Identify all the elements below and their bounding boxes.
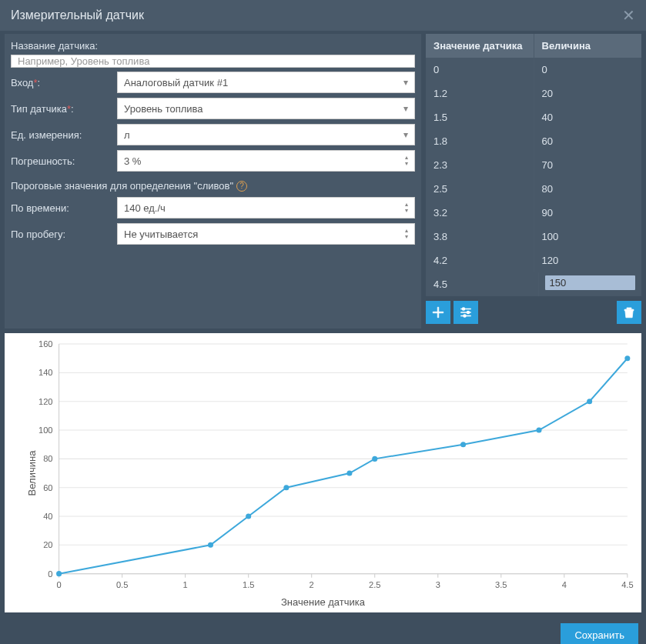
svg-point-49 — [283, 485, 289, 490]
table-row[interactable]: 4.5150 — [426, 272, 641, 296]
cell-sensor[interactable]: 1.8 — [426, 129, 534, 153]
svg-text:100: 100 — [38, 425, 52, 435]
cell-value[interactable]: 60 — [534, 129, 642, 153]
cell-sensor[interactable]: 0 — [426, 58, 534, 82]
input-label: Вход*: — [11, 77, 111, 88]
unit-label: Ед. измерения: — [11, 129, 111, 141]
cell-sensor[interactable]: 3.8 — [426, 225, 534, 249]
table-row[interactable]: 2.580 — [426, 177, 641, 201]
svg-point-5 — [464, 315, 466, 317]
svg-text:3: 3 — [436, 580, 440, 589]
svg-text:120: 120 — [38, 397, 52, 406]
table-row[interactable]: 4.2120 — [426, 249, 641, 272]
cell-value[interactable]: 20 — [534, 82, 642, 105]
table-row[interactable]: 00 — [426, 58, 641, 82]
col-sensor: Значение датчика — [426, 34, 534, 58]
chevron-down-icon: ▾ — [403, 103, 408, 114]
chevron-down-icon: ▾ — [403, 129, 408, 140]
cell-value[interactable]: 100 — [534, 225, 642, 249]
chevron-down-icon: ▾ — [403, 77, 408, 88]
svg-point-3 — [467, 312, 470, 314]
cell-value[interactable]: 90 — [534, 201, 642, 225]
cell-value[interactable]: 40 — [534, 105, 642, 129]
by-distance-value: Не учитывается — [124, 229, 198, 240]
name-input[interactable] — [18, 55, 408, 67]
table-row[interactable]: 3.290 — [426, 201, 641, 225]
cell-value[interactable]: 80 — [534, 177, 642, 201]
name-input-wrapper — [11, 55, 415, 68]
unit-select-value: л — [124, 129, 130, 141]
x-axis-label: Значение датчика — [281, 596, 365, 608]
svg-text:0: 0 — [48, 569, 52, 579]
y-axis-label: Величина — [26, 450, 38, 496]
by-time-value: 140 ед./ч — [124, 202, 166, 214]
svg-text:1: 1 — [183, 580, 188, 589]
titlebar: Измерительный датчик ✕ — [0, 0, 646, 31]
close-icon[interactable]: ✕ — [622, 8, 635, 23]
cell-sensor[interactable]: 3.2 — [426, 201, 534, 225]
cell-sensor[interactable]: 2.3 — [426, 153, 534, 177]
svg-point-53 — [536, 428, 541, 433]
settings-button[interactable] — [454, 301, 478, 324]
upper-row: Название датчика: Вход*: Аналоговый датч… — [5, 34, 641, 329]
form-pane: Название датчика: Вход*: Аналоговый датч… — [5, 34, 421, 329]
cell-value[interactable]: 150 — [539, 272, 642, 296]
cell-sensor[interactable]: 4.2 — [426, 249, 534, 272]
table-pane: Значение датчика Величина 001.2201.5401.… — [426, 34, 641, 329]
svg-text:3.5: 3.5 — [495, 580, 507, 589]
table-row[interactable]: 3.8100 — [426, 225, 641, 249]
stepper-arrows-icon[interactable]: ▴▾ — [405, 228, 408, 240]
by-time-label: По времени: — [11, 202, 111, 214]
svg-text:160: 160 — [38, 339, 52, 349]
type-select-value: Уровень топлива — [124, 103, 203, 115]
chart: 02040608010012014016000.511.522.533.544.… — [5, 333, 641, 612]
svg-point-1 — [463, 308, 465, 310]
chart-pane: 02040608010012014016000.511.522.533.544.… — [5, 333, 641, 612]
svg-text:2: 2 — [310, 580, 314, 589]
table-body: 001.2201.5401.8602.3702.5803.2903.81004.… — [426, 58, 641, 296]
cell-sensor[interactable]: 4.5 — [426, 272, 539, 296]
cell-sensor[interactable]: 1.2 — [426, 82, 534, 105]
input-select[interactable]: Аналоговый датчик #1 ▾ — [117, 72, 415, 93]
svg-text:20: 20 — [43, 540, 52, 549]
help-icon[interactable]: ? — [236, 181, 247, 192]
table-toolbar — [426, 296, 641, 329]
svg-point-48 — [246, 513, 251, 519]
svg-text:40: 40 — [43, 512, 52, 521]
svg-point-52 — [460, 442, 466, 447]
cell-value[interactable]: 70 — [534, 153, 642, 177]
stepper-arrows-icon[interactable]: ▴▾ — [405, 155, 408, 167]
svg-point-55 — [624, 355, 630, 361]
svg-point-50 — [346, 471, 352, 476]
save-button[interactable]: Сохранить — [561, 623, 638, 644]
dialog-title: Измерительный датчик — [11, 8, 144, 22]
cell-sensor[interactable]: 1.5 — [426, 105, 534, 129]
input-select-value: Аналоговый датчик #1 — [124, 77, 228, 88]
by-distance-stepper[interactable]: Не учитывается ▴▾ — [117, 223, 415, 245]
table-row[interactable]: 1.860 — [426, 129, 641, 153]
error-value: 3 % — [124, 155, 141, 167]
type-label: Тип датчика*: — [11, 103, 111, 115]
svg-text:0.5: 0.5 — [116, 580, 128, 589]
svg-point-51 — [372, 456, 377, 462]
name-label: Название датчика: — [11, 40, 415, 52]
add-button[interactable] — [426, 301, 450, 324]
cell-value[interactable]: 0 — [534, 58, 642, 82]
dialog-content: Название датчика: Вход*: Аналоговый датч… — [0, 31, 646, 617]
by-time-stepper[interactable]: 140 ед./ч ▴▾ — [117, 197, 415, 219]
table-row[interactable]: 1.220 — [426, 82, 641, 105]
delete-button[interactable] — [617, 301, 641, 324]
cell-value[interactable]: 120 — [534, 249, 642, 272]
stepper-arrows-icon[interactable]: ▴▾ — [405, 202, 408, 214]
by-distance-label: По пробегу: — [11, 229, 111, 240]
error-stepper[interactable]: 3 % ▴▾ — [117, 150, 415, 172]
table-row[interactable]: 2.370 — [426, 153, 641, 177]
threshold-section-label: Пороговые значения для определения "слив… — [11, 175, 415, 193]
svg-text:1.5: 1.5 — [243, 580, 254, 589]
cell-sensor[interactable]: 2.5 — [426, 177, 534, 201]
unit-select[interactable]: л ▾ — [117, 124, 415, 145]
type-select[interactable]: Уровень топлива ▾ — [117, 98, 415, 119]
svg-text:80: 80 — [43, 454, 52, 463]
svg-text:4.5: 4.5 — [621, 580, 633, 589]
table-row[interactable]: 1.540 — [426, 105, 641, 129]
